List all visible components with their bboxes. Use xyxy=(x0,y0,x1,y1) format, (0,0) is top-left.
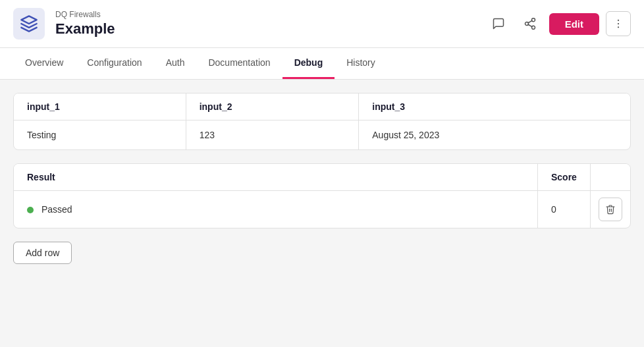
action-col-header xyxy=(591,164,631,191)
score-value: 0 xyxy=(538,191,591,228)
tab-configuration[interactable]: Configuration xyxy=(75,48,153,79)
more-vertical-icon xyxy=(612,18,624,30)
header: DQ Firewalls Example Edit xyxy=(0,0,644,48)
comment-icon xyxy=(492,17,505,30)
app-container: DQ Firewalls Example Edit xyxy=(0,0,644,347)
edit-button[interactable]: Edit xyxy=(549,13,599,35)
tab-documentation[interactable]: Documentation xyxy=(196,48,282,79)
app-logo xyxy=(13,8,45,40)
input-2-value: 123 xyxy=(186,120,359,150)
input-1-value: Testing xyxy=(14,120,186,150)
result-table: Result Score Passed 0 xyxy=(13,163,631,228)
score-col-header: Score xyxy=(538,164,591,191)
input-table: input_1 input_2 input_3 Testing 123 Augu… xyxy=(13,93,631,150)
status-dot xyxy=(27,207,34,213)
svg-marker-0 xyxy=(21,16,36,24)
header-subtitle: DQ Firewalls xyxy=(55,10,475,19)
tab-auth[interactable]: Auth xyxy=(154,48,197,79)
delete-button[interactable] xyxy=(599,198,622,221)
tab-bar: Overview Configuration Auth Documentatio… xyxy=(0,48,644,80)
table-row: Testing 123 August 25, 2023 xyxy=(14,120,630,150)
input-3-value: August 25, 2023 xyxy=(359,120,630,150)
trash-icon xyxy=(605,204,616,215)
input-col-1-header: input_1 xyxy=(14,93,186,120)
header-titles: DQ Firewalls Example xyxy=(55,10,475,38)
header-actions: Edit xyxy=(486,11,631,36)
share-icon xyxy=(523,17,537,30)
more-button[interactable] xyxy=(606,11,631,36)
action-cell xyxy=(591,191,631,228)
tab-debug[interactable]: Debug xyxy=(282,48,335,79)
svg-line-4 xyxy=(528,24,532,26)
svg-line-5 xyxy=(528,20,532,22)
result-status: Passed xyxy=(14,191,538,228)
share-button[interactable] xyxy=(518,11,543,36)
input-col-2-header: input_2 xyxy=(186,93,359,120)
svg-point-7 xyxy=(618,23,619,24)
comment-button[interactable] xyxy=(486,11,511,36)
tab-overview[interactable]: Overview xyxy=(13,48,75,79)
input-col-3-header: input_3 xyxy=(359,93,630,120)
add-row-button[interactable]: Add row xyxy=(13,242,72,264)
tab-history[interactable]: History xyxy=(335,48,387,79)
table-row: Passed 0 xyxy=(14,191,630,228)
status-label: Passed xyxy=(41,204,72,215)
layers-icon xyxy=(20,14,38,33)
header-title: Example xyxy=(55,20,475,38)
result-col-header: Result xyxy=(14,164,538,191)
svg-point-6 xyxy=(618,20,619,21)
svg-point-8 xyxy=(618,26,619,28)
main-content: input_1 input_2 input_3 Testing 123 Augu… xyxy=(0,80,644,277)
